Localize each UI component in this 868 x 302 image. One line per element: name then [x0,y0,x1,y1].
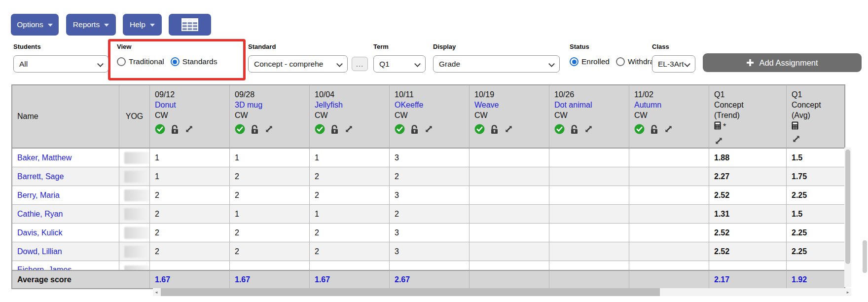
score-cell[interactable] [549,242,629,261]
score-cell[interactable]: 1 [150,167,230,186]
score-cell[interactable]: 2 [230,224,310,242]
check-circle-icon[interactable] [315,124,325,134]
scroll-right-arrow-icon[interactable]: ▸ [844,288,851,296]
open-padlock-icon[interactable] [410,124,419,134]
score-cell[interactable]: 2 [310,224,390,242]
assignment-name-link[interactable]: Jellyfish [315,100,389,110]
assignment-name-link[interactable]: Donut [155,100,229,110]
score-cell[interactable]: 2 [390,205,470,224]
score-cell[interactable]: 2 [390,167,470,186]
expand-arrows-icon[interactable] [714,136,723,146]
expand-arrows-icon[interactable] [584,124,593,134]
score-cell[interactable] [390,261,470,270]
status-radio-enrolled[interactable]: Enrolled [570,57,610,66]
assignment-name-link[interactable]: 3D mug [235,100,309,110]
view-radio-standards[interactable]: Standards [171,57,217,66]
score-cell[interactable] [470,149,549,167]
view-radio-traditional[interactable]: Traditional [117,57,164,66]
open-padlock-icon[interactable] [330,124,339,134]
score-cell[interactable]: 1 [150,149,230,167]
score-cell[interactable] [470,261,549,270]
class-select[interactable]: EL-3Art [652,55,695,73]
score-cell[interactable] [470,167,549,186]
check-circle-icon[interactable] [554,124,565,134]
score-cell[interactable]: 2 [310,186,390,205]
add-assignment-button[interactable]: Add Assignment [703,53,862,72]
page-scrollbar-thumb[interactable] [863,240,867,273]
student-name-link[interactable]: Cathie, Ryan [12,205,119,224]
student-name-link[interactable]: Davis, Kulick [12,224,119,242]
expand-arrows-icon[interactable] [424,124,434,134]
score-cell[interactable]: 1 [310,149,390,167]
standard-select[interactable]: Concept - comprehe [248,55,348,73]
options-button[interactable]: Options [11,14,59,36]
score-cell[interactable]: 2 [230,186,310,205]
score-cell[interactable] [549,205,629,224]
score-cell[interactable] [629,242,709,261]
expand-arrows-icon[interactable] [344,124,354,134]
reports-button[interactable]: Reports [66,14,116,36]
score-cell[interactable]: 2 [150,186,230,205]
score-cell[interactable] [470,205,549,224]
assignment-name-link[interactable]: Weave [474,100,549,110]
score-cell[interactable]: 2 [230,242,310,261]
vertical-scrollbar[interactable] [844,148,851,287]
assignment-name-link[interactable]: Autumn [634,100,709,110]
check-circle-icon[interactable] [634,124,645,134]
score-cell[interactable] [470,224,549,242]
students-select[interactable]: All [13,55,108,73]
score-cell[interactable] [629,167,709,186]
student-name-link[interactable]: Eichorn, James [12,261,119,270]
score-cell[interactable]: 2 [150,224,230,242]
open-padlock-icon[interactable] [250,124,259,134]
score-cell[interactable] [470,186,549,205]
score-cell[interactable]: 2 [150,205,230,224]
score-cell[interactable] [549,261,629,270]
expand-arrows-icon[interactable] [264,124,274,134]
score-cell[interactable] [629,205,709,224]
score-cell[interactable] [549,224,629,242]
open-padlock-icon[interactable] [170,124,180,134]
standard-more-button[interactable]: ... [352,57,368,71]
check-circle-icon[interactable] [474,124,485,134]
score-cell[interactable] [629,149,709,167]
score-cell[interactable] [629,186,709,205]
score-cell[interactable]: 3 [390,186,470,205]
expand-arrows-icon[interactable] [184,124,194,134]
check-circle-icon[interactable] [395,124,405,134]
score-cell[interactable] [629,224,709,242]
score-cell[interactable]: 2 [230,167,310,186]
score-cell[interactable]: 2 [310,242,390,261]
student-name-link[interactable]: Baker, Matthew [12,149,119,167]
score-cell[interactable]: 1 [230,205,310,224]
student-name-link[interactable]: Berry, Maria [12,186,119,205]
expand-arrows-icon[interactable] [504,124,513,134]
score-cell[interactable] [150,261,230,270]
student-name-link[interactable]: Dowd, Lillian [12,242,119,261]
score-cell[interactable]: 3 [390,242,470,261]
score-cell[interactable]: 3 [390,224,470,242]
help-button[interactable]: Help [123,14,162,36]
display-select[interactable]: Grade [433,55,560,73]
horizontal-scrollbar-thumb[interactable] [161,288,660,296]
expand-arrows-icon[interactable] [664,124,673,134]
vertical-scrollbar-thumb[interactable] [845,150,850,264]
scroll-left-arrow-icon[interactable]: ◂ [153,288,160,296]
term-select[interactable]: Q1 [373,55,426,73]
score-cell[interactable] [629,261,709,270]
score-cell[interactable] [549,167,629,186]
score-cell[interactable]: 1 [310,205,390,224]
score-cell[interactable]: 2 [310,167,390,186]
score-cell[interactable]: 1 [230,149,310,167]
score-cell[interactable] [549,149,629,167]
score-cell[interactable] [230,261,310,270]
open-padlock-icon[interactable] [490,124,499,134]
score-cell[interactable]: 2 [150,242,230,261]
open-padlock-icon[interactable] [650,124,659,134]
assignment-name-link[interactable]: OKeeffe [395,100,469,110]
score-cell[interactable] [310,261,390,270]
grid-view-button[interactable] [169,14,211,36]
horizontal-scrollbar[interactable]: ◂ ▸ [153,288,851,296]
expand-arrows-icon[interactable] [792,134,801,144]
assignment-name-link[interactable]: Dot animal [554,100,629,110]
